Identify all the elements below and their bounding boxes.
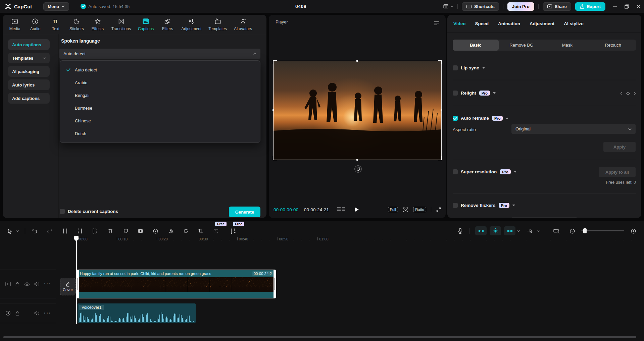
super-resolution-checkbox[interactable]	[453, 169, 458, 174]
smart-caption-erase-button[interactable]	[211, 227, 220, 235]
track-select-mode-button[interactable]	[526, 227, 534, 235]
delete-captions-checkbox[interactable]	[60, 209, 65, 214]
chevron-down-icon[interactable]	[514, 171, 516, 173]
split-button[interactable]	[61, 227, 69, 235]
chevron-down-icon[interactable]	[493, 92, 496, 94]
speaker-icon[interactable]	[34, 282, 40, 286]
full-button[interactable]: Full	[388, 207, 398, 212]
menu-item-bengali[interactable]: Bengali	[60, 89, 260, 102]
chevron-down-icon[interactable]	[482, 67, 485, 69]
audio-clip[interactable]: Voiceover1	[78, 303, 196, 323]
video-preview[interactable]	[274, 61, 441, 160]
selection-edge-handle[interactable]	[356, 159, 358, 161]
tab-speed[interactable]: Speed	[475, 21, 489, 26]
selection-edge-handle[interactable]	[441, 109, 442, 111]
tab-video[interactable]: Video	[453, 21, 466, 26]
frame-list-icon[interactable]	[337, 207, 346, 212]
player-menu-icon[interactable]	[434, 21, 440, 25]
selection-corner[interactable]	[438, 60, 442, 64]
redo-button[interactable]	[45, 227, 54, 235]
tab-animation[interactable]: Animation	[498, 21, 520, 26]
undo-button[interactable]	[30, 227, 39, 235]
auto-reframe-checkbox[interactable]	[453, 116, 458, 121]
clip-trim-handle-left[interactable]	[77, 270, 79, 298]
chevron-up-icon[interactable]	[506, 117, 508, 119]
link-clips-toggle[interactable]	[504, 226, 515, 235]
extract-frame-button[interactable]	[229, 227, 237, 235]
more-options-icon[interactable]: ···	[44, 310, 51, 316]
focus-icon[interactable]	[403, 207, 408, 213]
sidebar-item-add-captions[interactable]: Add captions	[8, 93, 50, 104]
menu-item-arabic[interactable]: Arabic	[60, 76, 260, 89]
share-button[interactable]: Share	[543, 2, 571, 11]
tab-audio[interactable]: Audio	[29, 18, 42, 31]
menu-item-burmese[interactable]: Burmese	[60, 102, 260, 114]
lip-sync-checkbox[interactable]	[453, 65, 458, 70]
minimize-button[interactable]	[613, 4, 617, 9]
tab-stickers[interactable]: Stickers	[69, 18, 84, 31]
chevron-down-icon[interactable]	[512, 205, 515, 206]
zoom-out-button[interactable]	[568, 227, 577, 235]
rotate-handle[interactable]	[354, 165, 362, 173]
more-options-icon[interactable]: ···	[44, 281, 51, 287]
selection-corner[interactable]	[438, 156, 442, 160]
chevron-down-icon[interactable]	[516, 227, 521, 235]
delete-right-button[interactable]	[90, 227, 99, 235]
mask-button[interactable]	[121, 227, 130, 235]
restore-button[interactable]	[625, 4, 629, 9]
overlay-button[interactable]	[136, 227, 145, 235]
tab-captions[interactable]: Captions	[138, 18, 154, 31]
selection-corner[interactable]	[273, 60, 277, 64]
record-voiceover-button[interactable]	[456, 227, 464, 235]
keyframe-diamond-icon[interactable]	[626, 91, 630, 96]
eye-icon[interactable]	[24, 282, 30, 286]
subtab-basic[interactable]: Basic	[453, 40, 499, 51]
apply-to-all-button[interactable]: Apply to all	[599, 167, 636, 177]
video-clip[interactable]: Happy family run at sunset in park. Chil…	[77, 270, 276, 298]
auto-snap-toggle[interactable]	[490, 226, 501, 235]
menu-button[interactable]: Menu	[43, 2, 69, 11]
speed-button[interactable]	[151, 227, 160, 235]
tab-templates[interactable]: Templates	[208, 18, 227, 31]
ratio-button[interactable]: Ratio	[413, 207, 426, 212]
tab-filters[interactable]: Filters	[161, 18, 174, 31]
sidebar-item-auto-lyrics[interactable]: Auto lyrics	[8, 79, 50, 90]
magnetic-snap-toggle[interactable]	[475, 226, 487, 235]
clip-trim-handle-right[interactable]	[274, 270, 276, 298]
generate-button[interactable]: Generate	[229, 207, 260, 217]
timeline-ruler[interactable]: 00:0000:1000:2000:3000:4000:5001:00	[0, 236, 644, 245]
selection-edge-handle[interactable]	[273, 109, 274, 111]
tab-text[interactable]: TI Text	[49, 18, 62, 31]
sidebar-item-auto-captions[interactable]: Auto captions	[8, 39, 50, 50]
lock-icon[interactable]	[15, 282, 20, 287]
subtab-remove-bg[interactable]: Remove BG	[499, 40, 545, 51]
menu-item-auto-detect[interactable]: Auto detect	[60, 63, 260, 76]
tab-transitions[interactable]: Transitions	[111, 18, 131, 31]
close-button[interactable]	[636, 4, 641, 9]
chevron-down-icon[interactable]	[15, 227, 19, 235]
select-tool-button[interactable]	[5, 227, 14, 235]
remove-flickers-checkbox[interactable]	[453, 203, 458, 208]
menu-item-dutch[interactable]: Dutch	[60, 127, 260, 140]
delete-left-button[interactable]	[76, 227, 84, 235]
menu-item-chinese[interactable]: Chinese	[60, 114, 260, 127]
timeline-zoom-slider[interactable]	[581, 230, 624, 231]
cover-button[interactable]: Cover	[60, 278, 76, 295]
workspace-layout-button[interactable]	[443, 4, 453, 9]
apply-button[interactable]: Apply	[603, 142, 636, 152]
tab-effects[interactable]: Effects	[91, 18, 104, 31]
shortcuts-button[interactable]: Shortcuts	[462, 2, 499, 11]
subtab-mask[interactable]: Mask	[544, 40, 590, 51]
timeline-scrollbar[interactable]	[3, 336, 636, 338]
tab-adjustment[interactable]: Adjustment	[530, 21, 554, 26]
tab-ai-avatars[interactable]: AI avatars	[234, 18, 252, 31]
zoom-slider-knob[interactable]	[583, 228, 587, 233]
play-button[interactable]	[354, 205, 359, 215]
lock-icon[interactable]	[15, 311, 20, 316]
sidebar-item-ai-packaging[interactable]: AI packaging	[8, 66, 50, 77]
language-dropdown[interactable]: Auto detect	[59, 49, 260, 59]
zoom-in-button[interactable]	[629, 227, 638, 235]
timeline-view-options-button[interactable]	[552, 227, 561, 235]
keyframe-next-icon[interactable]	[634, 92, 636, 95]
speaker-icon[interactable]	[34, 311, 40, 316]
